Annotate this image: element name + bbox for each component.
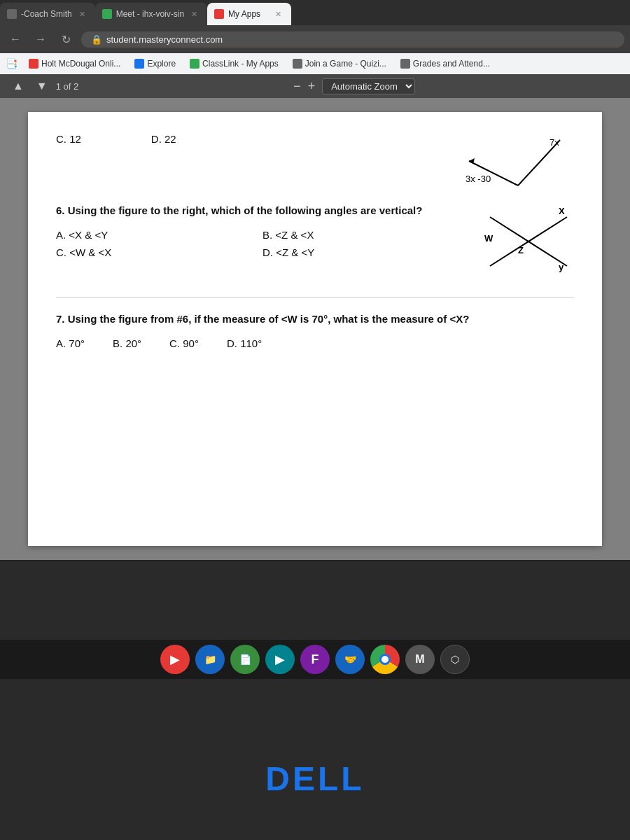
- tab-myapps[interactable]: My Apps ✕: [207, 3, 291, 25]
- q7-answer-a: A. 70°: [56, 337, 85, 349]
- pdf-page-current: 1: [56, 81, 61, 92]
- taskbar: ▶ 📁 📄 ▶ F 🤝 M ⬡: [0, 640, 630, 679]
- q7-answers: A. 70° B. 20° C. 90° D. 110°: [56, 337, 574, 349]
- bookmark-explore[interactable]: Explore: [129, 57, 181, 70]
- pdf-page-of: of: [64, 81, 71, 92]
- label-y: y: [559, 262, 564, 272]
- angle-label-3x: 3x -30: [465, 174, 491, 184]
- tab-favicon-3: [214, 9, 224, 19]
- tab-label-1: -Coach Smith: [21, 9, 72, 19]
- tab-bar: -Coach Smith ✕ Meet - ihx-voiv-sin ✕ My …: [0, 0, 630, 25]
- q6-answer-b: B. <Z & <X: [262, 229, 455, 241]
- tab-coach-smith[interactable]: -Coach Smith ✕: [0, 3, 95, 25]
- bookmark-apps-icon: 📑: [6, 58, 18, 69]
- prev-cd-answers: C. 12 D. 22: [56, 133, 420, 145]
- pdf-content-area: C. 12 D. 22 7x 3x -30: [0, 98, 630, 560]
- q6-question: Using the figure to the right, which of …: [68, 204, 423, 216]
- tab-favicon-2: [102, 9, 112, 19]
- q7-text: 7. Using the figure from #6, if the meas…: [56, 312, 574, 326]
- taskbar-chrome[interactable]: [370, 645, 400, 674]
- bookmark-grades-icon: [400, 59, 410, 69]
- angle-label-7x: 7x: [550, 137, 559, 148]
- question-6-section: 6. Using the figure to the right, which …: [56, 203, 574, 280]
- bookmark-classlink-label: ClassLink - My Apps: [202, 59, 279, 69]
- zoom-out-button[interactable]: −: [293, 79, 301, 94]
- bookmark-joingame-label: Join a Game - Quizi...: [305, 59, 386, 69]
- lock-icon: 🔒: [91, 34, 102, 45]
- q6-svg: X W y Z: [483, 203, 574, 287]
- taskbar-meet[interactable]: 🤝: [335, 645, 365, 674]
- pdf-nav-controls: ▲ ▼ 1 of 2: [8, 78, 78, 94]
- q7-answer-d: D. 110°: [227, 337, 262, 349]
- pdf-page-total: 2: [74, 81, 78, 92]
- pdf-toolbar: ▲ ▼ 1 of 2 − + Automatic Zoom 100% 125% …: [0, 74, 630, 98]
- taskbar-docs[interactable]: 📄: [230, 645, 260, 674]
- tab-close-1[interactable]: ✕: [76, 8, 88, 20]
- pdf-page-info: 1 of 2: [56, 81, 79, 92]
- bookmark-explore-icon: [134, 59, 144, 69]
- bookmark-classlink[interactable]: ClassLink - My Apps: [184, 57, 284, 70]
- bookmark-holt[interactable]: Holt McDougal Onli...: [23, 57, 126, 70]
- q6-text: 6. Using the figure to the right, which …: [56, 203, 455, 218]
- taskbar-gmail[interactable]: M: [405, 645, 435, 674]
- q6-answer-c: C. <W & <X: [56, 246, 248, 258]
- taskbar-play[interactable]: ▶: [265, 645, 295, 674]
- zoom-select[interactable]: Automatic Zoom 100% 125% 150%: [322, 78, 415, 94]
- content-divider: [0, 560, 630, 561]
- forward-button[interactable]: →: [31, 29, 50, 49]
- angle-diagram-prev: 7x 3x -30: [462, 133, 574, 189]
- tab-close-2[interactable]: ✕: [188, 8, 200, 20]
- bookmarks-bar: 📑 Holt McDougal Onli... Explore ClassLin…: [0, 53, 630, 74]
- zoom-in-button[interactable]: +: [308, 79, 316, 94]
- taskbar-misc[interactable]: ⬡: [440, 645, 470, 674]
- dell-logo: DELL: [265, 760, 364, 798]
- section-divider: [56, 297, 574, 298]
- label-x: X: [559, 206, 565, 216]
- bookmark-grades[interactable]: Grades and Attend...: [395, 57, 496, 70]
- pdf-next-button[interactable]: ▼: [32, 78, 52, 94]
- prev-answer-c: C. 12: [56, 133, 81, 145]
- q6-answers: A. <X & <Y B. <Z & <X C. <W & <X D.: [56, 229, 455, 258]
- q6-number: 6.: [56, 204, 65, 216]
- url-text: student.masteryconnect.com: [106, 34, 223, 45]
- bookmark-joingame[interactable]: Join a Game - Quizi...: [287, 57, 392, 70]
- q6-answer-a: A. <X & <Y: [56, 229, 248, 241]
- bookmark-explore-label: Explore: [147, 59, 176, 69]
- taskbar-files[interactable]: 📁: [195, 645, 225, 674]
- tab-close-3[interactable]: ✕: [272, 8, 284, 20]
- bookmark-holt-icon: [29, 59, 38, 69]
- q7-answer-c: C. 90°: [169, 337, 199, 349]
- angle-svg-prev: 7x 3x -30: [462, 133, 574, 189]
- address-bar-row: ← → ↻ 🔒 student.masteryconnect.com: [0, 25, 630, 53]
- q6-answer-d: D. <Z & <Y: [262, 246, 455, 258]
- refresh-button[interactable]: ↻: [56, 29, 76, 49]
- q6-content: 6. Using the figure to the right, which …: [56, 203, 574, 280]
- pdf-prev-button[interactable]: ▲: [8, 78, 28, 94]
- pdf-zoom-controls: − + Automatic Zoom 100% 125% 150%: [87, 78, 622, 94]
- tab-meet[interactable]: Meet - ihx-voiv-sin ✕: [95, 3, 207, 25]
- bookmark-holt-label: Holt McDougal Onli...: [41, 59, 120, 69]
- tab-label-3: My Apps: [228, 9, 260, 19]
- bookmark-joingame-icon: [293, 59, 302, 69]
- taskbar-forms[interactable]: F: [300, 645, 330, 674]
- q7-question: Using the figure from #6, if the measure…: [68, 313, 470, 325]
- q6-text-answers: 6. Using the figure to the right, which …: [56, 203, 469, 258]
- label-w: W: [484, 233, 493, 244]
- taskbar-youtube[interactable]: ▶: [160, 645, 190, 674]
- bookmark-grades-label: Grades and Attend...: [413, 59, 490, 69]
- tab-label-2: Meet - ihx-voiv-sin: [116, 9, 184, 19]
- prev-question-fragment: C. 12 D. 22 7x 3x -30: [56, 133, 574, 189]
- label-z: Z: [518, 245, 524, 255]
- dell-area: DELL: [0, 760, 630, 798]
- bookmark-classlink-icon: [190, 59, 200, 69]
- prev-answers-col: C. 12 D. 22: [56, 133, 420, 149]
- q6-diagram: X W y Z: [483, 203, 574, 280]
- address-bar[interactable]: 🔒 student.masteryconnect.com: [81, 31, 624, 48]
- tab-favicon-1: [7, 9, 17, 19]
- back-button[interactable]: ←: [6, 29, 25, 49]
- prev-answer-d: D. 22: [151, 133, 176, 145]
- q7-answer-b: B. 20°: [113, 337, 141, 349]
- question-7-section: 7. Using the figure from #6, if the meas…: [56, 312, 574, 349]
- pdf-page: C. 12 D. 22 7x 3x -30: [28, 112, 602, 546]
- q7-number: 7.: [56, 313, 65, 325]
